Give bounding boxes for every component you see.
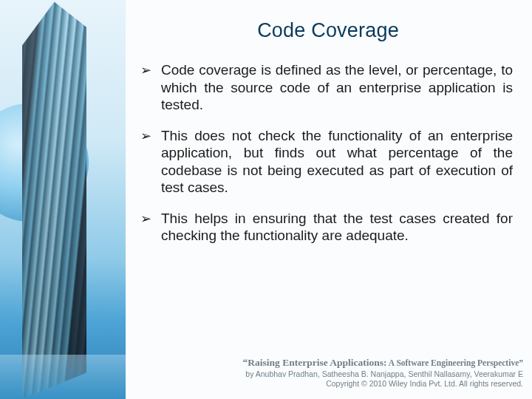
bullet-item: Code coverage is defined as the level, o… — [139, 61, 513, 114]
slide-title: Code Coverage — [139, 19, 517, 42]
decorative-sidebar-image — [0, 0, 126, 399]
book-title-main: “Raising Enterprise Applications: — [243, 357, 387, 368]
authors-line: by Anubhav Pradhan, Satheesha B. Nanjapp… — [243, 369, 523, 379]
book-title: “Raising Enterprise Applications: A Soft… — [243, 357, 523, 369]
bullet-list: Code coverage is defined as the level, o… — [139, 61, 517, 245]
copyright-line: Copyright © 2010 Wiley India Pvt. Ltd. A… — [243, 379, 523, 389]
content-area: Code Coverage Code coverage is defined a… — [126, 0, 532, 399]
skyscraper-graphic — [22, 0, 86, 399]
bullet-item: This helps in ensuring that the test cas… — [139, 210, 513, 245]
book-title-sub: A Software Engineering Perspective” — [387, 358, 523, 367]
bottom-gradient — [0, 355, 126, 399]
footer: “Raising Enterprise Applications: A Soft… — [243, 357, 523, 389]
slide: Code Coverage Code coverage is defined a… — [0, 0, 532, 399]
bullet-item: This does not check the functionality of… — [139, 127, 513, 197]
